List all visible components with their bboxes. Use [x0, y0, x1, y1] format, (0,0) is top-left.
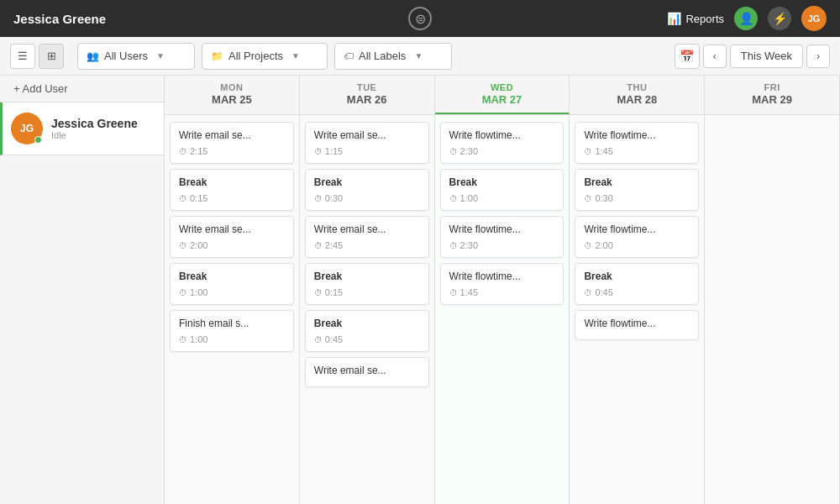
grid-view-button[interactable]: ⊞	[39, 44, 64, 69]
task-card[interactable]: Break ⏱ 0:45	[305, 310, 429, 352]
reports-label: Reports	[685, 13, 724, 25]
view-switcher: ☰ ⊞	[10, 44, 64, 69]
date-navigation: 📅 ‹ This Week ›	[675, 44, 830, 69]
task-card[interactable]: Write flowtime...	[575, 310, 699, 340]
calendar-col-wed: Write flowtime... ⏱ 2:30 Break ⏱ 1:00 Wr…	[435, 115, 570, 504]
calendar-body: Write email se... ⏱ 2:15 Break ⏱ 0:15 Wr…	[165, 115, 840, 504]
projects-filter-arrow: ▼	[291, 51, 300, 60]
task-card[interactable]: Write flowtime... ⏱ 2:30	[440, 122, 564, 164]
avatar: JG	[11, 113, 43, 144]
task-card[interactable]: Break ⏱ 0:15	[170, 169, 294, 211]
task-card[interactable]: Break ⏱ 0:30	[575, 169, 699, 211]
avatar-initials: JG	[20, 123, 34, 134]
task-card[interactable]: Write email se... ⏱ 2:00	[170, 216, 294, 258]
list-view-button[interactable]: ☰	[10, 44, 35, 69]
user-row-jessica[interactable]: JG Jessica Greene Idle	[0, 102, 164, 155]
user-info: Jessica Greene Idle	[51, 117, 138, 140]
projects-filter-label: All Projects	[228, 50, 283, 62]
users-filter-dropdown[interactable]: 👥 All Users ▼	[77, 43, 195, 70]
task-card[interactable]: Break ⏱ 0:30	[305, 169, 429, 211]
next-week-button[interactable]: ›	[806, 45, 830, 68]
lightning-icon[interactable]: ⚡	[768, 7, 791, 30]
labels-filter-icon: 🏷	[344, 50, 354, 62]
task-card[interactable]: Write flowtime... ⏱ 2:00	[575, 216, 699, 258]
current-week-label: This Week	[730, 45, 803, 68]
main-content: + Add User JG Jessica Greene Idle MON MA…	[0, 76, 840, 504]
day-header-thu: THU MAR 28	[570, 76, 705, 114]
labels-filter-label: All Labels	[359, 50, 406, 62]
task-card[interactable]: Write flowtime... ⏱ 1:45	[575, 122, 699, 164]
day-header-wed: WED MAR 27	[435, 76, 570, 114]
calendar-col-fri	[705, 115, 840, 504]
calendar-icon-button[interactable]: 📅	[675, 44, 700, 69]
users-filter-label: All Users	[104, 50, 148, 62]
day-header-fri: FRI MAR 29	[705, 76, 840, 114]
day-header-mon: MON MAR 25	[165, 76, 300, 114]
header-title: Jessica Greene	[13, 12, 667, 26]
status-dot	[34, 136, 42, 144]
task-card[interactable]: Break ⏱ 1:00	[440, 169, 564, 211]
task-card[interactable]: Write flowtime... ⏱ 2:30	[440, 216, 564, 258]
task-card[interactable]: Write email se...	[305, 357, 429, 387]
add-user-button[interactable]: + Add User	[0, 76, 164, 102]
user-avatar-header[interactable]: JG	[801, 6, 827, 31]
reports-chart-icon: 📊	[667, 12, 681, 25]
header-center: ⊜	[408, 7, 432, 30]
task-card[interactable]: Break ⏱ 0:45	[575, 263, 699, 305]
prev-week-button[interactable]: ‹	[703, 45, 727, 68]
projects-filter-icon: 📁	[211, 50, 223, 62]
calendar-col-tue: Write email se... ⏱ 1:15 Break ⏱ 0:30 Wr…	[300, 115, 435, 504]
task-card[interactable]: Write email se... ⏱ 2:15	[170, 122, 294, 164]
sidebar: + Add User JG Jessica Greene Idle	[0, 76, 165, 504]
task-card[interactable]: Write email se... ⏱ 2:45	[305, 216, 429, 258]
user-name: Jessica Greene	[51, 117, 138, 130]
menu-icon[interactable]: ⊜	[408, 7, 432, 30]
users-filter-arrow: ▼	[156, 51, 165, 60]
projects-filter-dropdown[interactable]: 📁 All Projects ▼	[202, 43, 328, 70]
add-user-icon[interactable]: 👤	[734, 7, 758, 30]
calendar-col-mon: Write email se... ⏱ 2:15 Break ⏱ 0:15 Wr…	[165, 115, 300, 504]
users-filter-icon: 👥	[87, 50, 99, 62]
day-header-tue: TUE MAR 26	[300, 76, 435, 114]
header-actions: 📊 Reports 👤 ⚡ JG	[667, 6, 827, 31]
labels-filter-arrow: ▼	[414, 51, 423, 60]
toolbar: ☰ ⊞ 👥 All Users ▼ 📁 All Projects ▼ 🏷 All…	[0, 37, 840, 76]
app-header: Jessica Greene ⊜ 📊 Reports 👤 ⚡ JG	[0, 0, 840, 37]
labels-filter-dropdown[interactable]: 🏷 All Labels ▼	[334, 43, 452, 70]
task-card[interactable]: Write email se... ⏱ 1:15	[305, 122, 429, 164]
calendar-col-thu: Write flowtime... ⏱ 1:45 Break ⏱ 0:30 Wr…	[570, 115, 705, 504]
calendar: MON MAR 25 TUE MAR 26 WED MAR 27 THU MAR…	[165, 76, 840, 504]
user-status: Idle	[51, 130, 138, 140]
task-card[interactable]: Write flowtime... ⏱ 1:45	[440, 263, 564, 305]
task-card[interactable]: Break ⏱ 0:15	[305, 263, 429, 305]
reports-button[interactable]: 📊 Reports	[667, 12, 724, 25]
task-card[interactable]: Break ⏱ 1:00	[170, 263, 294, 305]
calendar-header: MON MAR 25 TUE MAR 26 WED MAR 27 THU MAR…	[165, 76, 840, 115]
task-card[interactable]: Finish email s... ⏱ 1:00	[170, 310, 294, 352]
